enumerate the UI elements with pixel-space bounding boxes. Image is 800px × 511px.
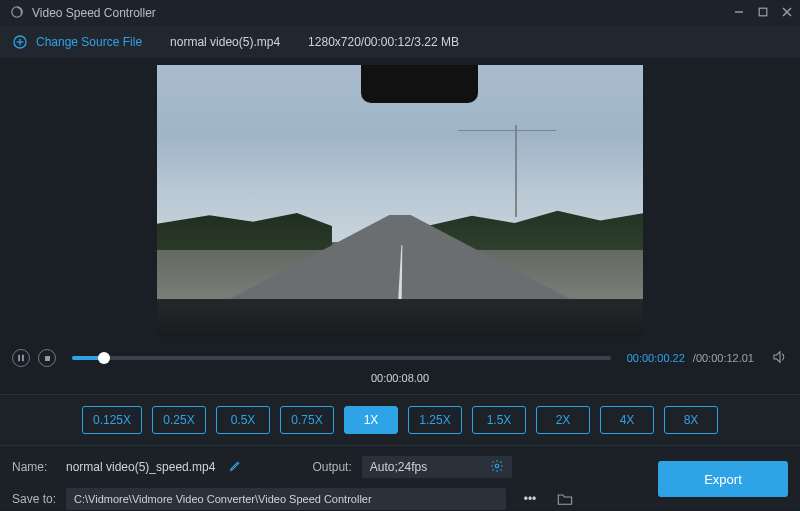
app-logo-icon xyxy=(10,5,24,22)
time-current: 00:00:00.22 xyxy=(627,352,685,364)
minimize-icon[interactable] xyxy=(734,6,744,20)
speed-0-75x[interactable]: 0.75X xyxy=(280,406,334,434)
seek-thumb[interactable] xyxy=(98,352,110,364)
stop-button[interactable] xyxy=(38,349,56,367)
svg-rect-10 xyxy=(45,356,50,361)
close-icon[interactable] xyxy=(782,6,792,20)
speed-1-5x[interactable]: 1.5X xyxy=(472,406,526,434)
export-button[interactable]: Export xyxy=(658,461,788,497)
open-folder-button[interactable] xyxy=(554,488,576,510)
svg-rect-8 xyxy=(18,355,20,361)
name-label: Name: xyxy=(12,460,56,474)
svg-rect-2 xyxy=(759,8,767,16)
save-path-value: C:\Vidmore\Vidmore Video Converter\Video… xyxy=(74,493,372,505)
volume-button[interactable] xyxy=(772,350,788,367)
edit-name-button[interactable] xyxy=(229,459,242,475)
source-filename: normal video(5).mp4 xyxy=(170,35,280,49)
playback-controls: 00:00:00.22/00:00:12.01 xyxy=(0,344,800,372)
video-frame[interactable] xyxy=(157,65,643,337)
marker-time: 00:00:08.00 xyxy=(0,372,800,394)
speed-1-25x[interactable]: 1.25X xyxy=(408,406,462,434)
maximize-icon[interactable] xyxy=(758,6,768,20)
source-bar: Change Source File normal video(5).mp4 1… xyxy=(0,26,800,58)
speed-selector: 0.125X 0.25X 0.5X 0.75X 1X 1.25X 1.5X 2X… xyxy=(0,394,800,446)
svg-point-0 xyxy=(12,6,23,17)
pause-button[interactable] xyxy=(12,349,30,367)
window-controls xyxy=(734,6,792,20)
output-format-select[interactable]: Auto;24fps xyxy=(362,456,512,478)
gear-icon[interactable] xyxy=(490,459,504,476)
save-path-input[interactable]: C:\Vidmore\Vidmore Video Converter\Video… xyxy=(66,488,506,510)
speed-0-5x[interactable]: 0.5X xyxy=(216,406,270,434)
speed-0-125x[interactable]: 0.125X xyxy=(82,406,142,434)
time-total: /00:00:12.01 xyxy=(693,352,754,364)
video-preview-area xyxy=(0,58,800,344)
change-source-label: Change Source File xyxy=(36,35,142,49)
source-meta: 1280x720/00:00:12/3.22 MB xyxy=(308,35,459,49)
browse-button[interactable]: ••• xyxy=(516,488,544,510)
speed-4x[interactable]: 4X xyxy=(600,406,654,434)
app-title: Video Speed Controller xyxy=(32,6,156,20)
export-label: Export xyxy=(704,472,742,487)
speed-2x[interactable]: 2X xyxy=(536,406,590,434)
plus-circle-icon xyxy=(12,34,28,50)
change-source-button[interactable]: Change Source File xyxy=(12,34,142,50)
titlebar-left: Video Speed Controller xyxy=(10,5,156,22)
speed-8x[interactable]: 8X xyxy=(664,406,718,434)
save-label: Save to: xyxy=(12,492,56,506)
output-label: Output: xyxy=(312,460,351,474)
speed-0-25x[interactable]: 0.25X xyxy=(152,406,206,434)
speed-1x[interactable]: 1X xyxy=(344,406,398,434)
name-value: normal video(5)_speed.mp4 xyxy=(66,460,215,474)
svg-rect-9 xyxy=(22,355,24,361)
output-format-value: Auto;24fps xyxy=(370,460,427,474)
titlebar: Video Speed Controller xyxy=(0,0,800,26)
svg-point-11 xyxy=(495,464,499,468)
seek-slider[interactable] xyxy=(72,356,611,360)
